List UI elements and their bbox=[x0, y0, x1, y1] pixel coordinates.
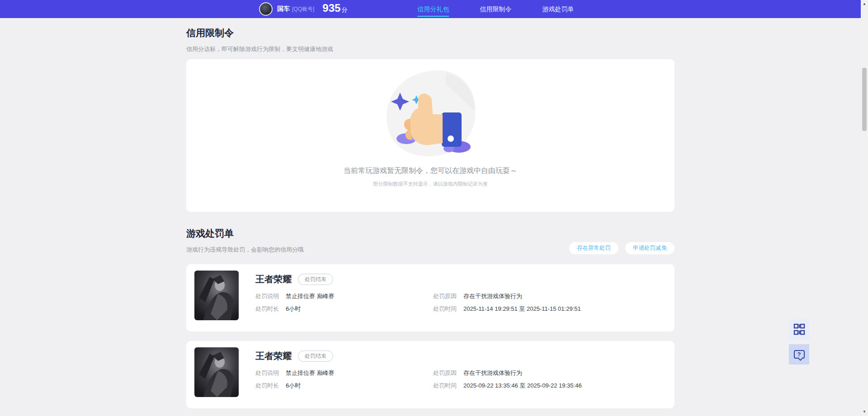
penalty-detail-row: 处罚时长 6小时 bbox=[255, 382, 433, 390]
detail-value: 6小时 bbox=[286, 305, 301, 313]
scrollbar-thumb[interactable] bbox=[862, 68, 867, 131]
restriction-section-subtitle: 信用分达标，即可解除游戏行为限制，要文明健康地游戏 bbox=[186, 45, 333, 53]
penalty-section-title: 游戏处罚单 bbox=[186, 227, 234, 240]
penalty-card-body: 王者荣耀 处罚结束 处罚说明 禁止排位赛 巅峰赛 处罚原因 存在干扰游戏体验行为… bbox=[255, 273, 581, 332]
penalty-card: 王者荣耀 处罚结束 处罚说明 禁止排位赛 巅峰赛 处罚原因 存在干扰游戏体验行为… bbox=[186, 341, 675, 408]
game-name: 王者荣耀 bbox=[255, 350, 292, 362]
detail-label: 处罚说明 bbox=[255, 369, 286, 377]
penalty-details: 处罚说明 禁止排位赛 巅峰赛 处罚原因 存在干扰游戏体验行为 处罚时长 6小时 … bbox=[255, 369, 582, 390]
empty-state-message: 当前常玩游戏暂无限制令，您可以在游戏中自由玩耍～ bbox=[344, 166, 517, 176]
restriction-empty-card: 当前常玩游戏暂无限制令，您可以在游戏中自由玩耍～ 部分限制数据不支持显示，请以游… bbox=[186, 59, 675, 212]
game-thumbnail bbox=[194, 347, 239, 397]
header-tabs: 信用分礼包 信用限制令 游戏处罚单 bbox=[417, 0, 604, 18]
penalty-detail-row: 处罚原因 存在干扰游戏体验行为 bbox=[433, 369, 582, 377]
penalty-detail-row: 处罚说明 禁止排位赛 巅峰赛 bbox=[255, 369, 433, 377]
penalty-detail-row: 处罚时长 6小时 bbox=[255, 305, 433, 313]
detail-label: 处罚时间 bbox=[433, 382, 463, 390]
detail-label: 处罚时长 bbox=[255, 305, 286, 313]
scroll-down-icon[interactable]: ▼ bbox=[861, 409, 868, 415]
penalty-details: 处罚说明 禁止排位赛 巅峰赛 处罚原因 存在干扰游戏体验行为 处罚时长 6小时 … bbox=[255, 292, 581, 313]
detail-value: 存在干扰游戏体验行为 bbox=[463, 369, 522, 377]
detail-value: 存在干扰游戏体验行为 bbox=[463, 292, 522, 300]
abnormal-penalty-link[interactable]: 存在异常处罚 bbox=[569, 242, 618, 254]
penalty-detail-row: 处罚说明 禁止排位赛 巅峰赛 bbox=[255, 292, 433, 300]
detail-label: 处罚说明 bbox=[255, 292, 286, 300]
qr-code-button[interactable] bbox=[789, 319, 809, 339]
detail-label: 处罚原因 bbox=[433, 292, 463, 300]
question-glyph: ? bbox=[797, 351, 801, 358]
penalty-detail-row: 处罚时间 2025-11-14 19:29:51 至 2025-11-15 01… bbox=[433, 305, 581, 313]
credit-score: 935分 bbox=[322, 0, 347, 19]
qr-code-icon bbox=[793, 323, 805, 335]
penalty-card-body: 王者荣耀 处罚结束 处罚说明 禁止排位赛 巅峰赛 处罚原因 存在干扰游戏体验行为… bbox=[255, 350, 582, 408]
empty-state-note: 部分限制数据不支持显示，请以游戏内限制记录为准 bbox=[373, 181, 488, 187]
penalty-status-badge: 处罚结束 bbox=[298, 274, 333, 285]
detail-label: 处罚时长 bbox=[255, 382, 286, 390]
scroll-up-icon[interactable]: ▲ bbox=[861, 1, 868, 7]
penalty-relief-link[interactable]: 申请处罚减免 bbox=[625, 242, 675, 254]
detail-label: 处罚时间 bbox=[433, 305, 463, 313]
header: 国车 [QQ账号] 935分 信用分礼包 信用限制令 游戏处罚单 bbox=[0, 0, 861, 18]
detail-value: 6小时 bbox=[286, 382, 301, 390]
avatar bbox=[259, 2, 273, 16]
account-type-label: [QQ账号] bbox=[292, 5, 314, 13]
question-bubble-icon: ? bbox=[794, 350, 805, 359]
detail-value: 禁止排位赛 巅峰赛 bbox=[286, 292, 335, 300]
credit-score-value: 935 bbox=[322, 2, 340, 14]
penalty-detail-row: 处罚原因 存在干扰游戏体验行为 bbox=[433, 292, 581, 300]
credit-score-unit: 分 bbox=[341, 6, 347, 13]
user-name: 国车 bbox=[277, 5, 290, 13]
detail-value: 2025-11-14 19:29:51 至 2025-11-15 01:29:5… bbox=[463, 305, 581, 313]
detail-label: 处罚原因 bbox=[433, 369, 463, 377]
penalty-detail-row: 处罚时间 2025-09-22 13:35:46 至 2025-09-22 19… bbox=[433, 382, 582, 390]
header-user-block: 国车 [QQ账号] 935分 信用分礼包 信用限制令 游戏处罚单 bbox=[259, 0, 604, 19]
thumbs-up-illustration bbox=[378, 65, 482, 163]
tab-credit-restriction[interactable]: 信用限制令 bbox=[480, 0, 511, 18]
game-thumbnail bbox=[194, 271, 239, 320]
game-name: 王者荣耀 bbox=[255, 273, 292, 285]
tab-credit-gift[interactable]: 信用分礼包 bbox=[417, 0, 449, 18]
feedback-button[interactable]: ? bbox=[789, 344, 809, 365]
tab-game-penalty[interactable]: 游戏处罚单 bbox=[542, 0, 574, 18]
detail-value: 禁止排位赛 巅峰赛 bbox=[286, 369, 335, 377]
penalty-card: 王者荣耀 处罚结束 处罚说明 禁止排位赛 巅峰赛 处罚原因 存在干扰游戏体验行为… bbox=[186, 264, 675, 332]
penalty-links: 存在异常处罚 申请处罚减免 bbox=[186, 242, 675, 254]
penalty-status-badge: 处罚结束 bbox=[298, 351, 333, 362]
detail-value: 2025-09-22 13:35:46 至 2025-09-22 19:35:4… bbox=[463, 382, 582, 390]
restriction-section-title: 信用限制令 bbox=[186, 27, 234, 39]
page-scrollbar[interactable]: ▲ ▼ bbox=[861, 0, 868, 416]
